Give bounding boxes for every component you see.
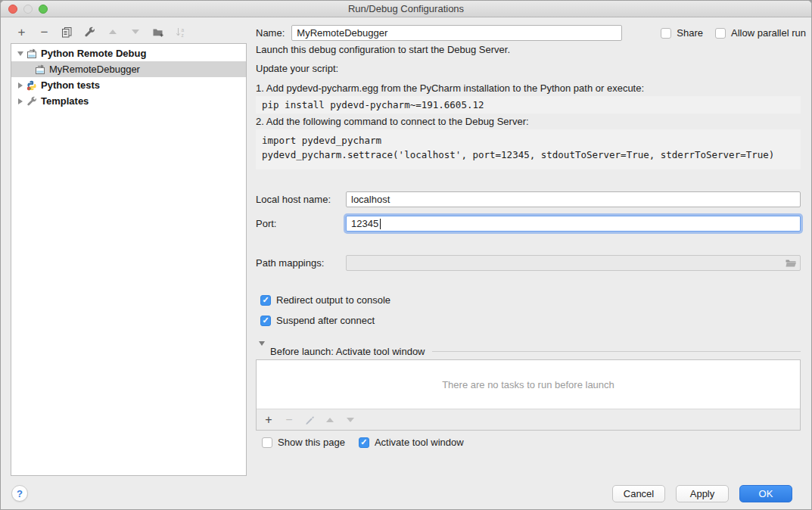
configurations-toolbar: + − az [15, 24, 187, 39]
wrench-icon [26, 96, 37, 107]
share-checkbox[interactable]: Share [661, 27, 703, 39]
name-input[interactable] [291, 25, 622, 41]
browse-folder-icon[interactable] [785, 258, 797, 270]
add-task-icon[interactable]: + [263, 413, 274, 427]
port-input[interactable] [346, 216, 801, 232]
before-launch-title: Before launch: Activate tool window [270, 346, 425, 357]
apply-button[interactable]: Apply [676, 485, 729, 502]
tree-item-myremotedebugger[interactable]: MyRemoteDebugger [11, 61, 246, 77]
edit-templates-icon[interactable] [83, 25, 96, 39]
allow-parallel-run-label: Allow parallel run [731, 27, 806, 39]
local-host-name-input[interactable] [346, 191, 801, 207]
copy-configuration-icon[interactable] [61, 25, 73, 39]
checkbox-box[interactable] [359, 437, 369, 448]
cancel-button[interactable]: Cancel [612, 485, 665, 502]
path-mappings-input[interactable] [346, 255, 801, 271]
tree-item-templates[interactable]: Templates [11, 93, 246, 109]
configurations-tree: Python Remote Debug MyRemoteDebugger Pyt… [11, 43, 247, 476]
close-window-button[interactable] [8, 5, 17, 14]
run-debug-configurations-dialog: Run/Debug Configurations + − az Python R… [0, 0, 812, 510]
tree-item-label: Templates [41, 95, 89, 107]
help-button[interactable]: ? [11, 485, 28, 502]
svg-text:a: a [182, 26, 185, 32]
step2-text: 2. Add the following command to connect … [256, 116, 529, 127]
tree-item-label: Python Remote Debug [41, 48, 146, 59]
sort-alphabetically-icon: az [174, 25, 187, 39]
move-down-icon [129, 25, 142, 39]
before-launch-section-header[interactable]: Before launch: Activate tool window [256, 346, 801, 357]
move-task-up-icon [325, 418, 335, 422]
checkbox-box[interactable] [260, 316, 271, 326]
name-label: Name: [256, 27, 285, 39]
checkbox-box[interactable] [661, 28, 671, 39]
edit-task-icon [304, 415, 315, 424]
move-task-down-icon [345, 418, 356, 422]
new-folder-icon[interactable] [151, 25, 164, 39]
minimize-window-button [23, 5, 33, 14]
checkbox-box[interactable] [260, 295, 271, 306]
section-divider [432, 351, 801, 352]
show-this-page-checkbox[interactable]: Show this page [262, 437, 345, 448]
help-question-icon: ? [17, 488, 23, 499]
path-mappings-label: Path mappings: [256, 257, 346, 269]
tree-item-label: MyRemoteDebugger [49, 64, 140, 75]
text-caret [380, 219, 381, 229]
activate-tool-window-checkbox[interactable]: Activate tool window [359, 437, 464, 448]
expand-collapse-icon[interactable] [17, 98, 24, 104]
expand-collapse-icon[interactable] [17, 82, 24, 89]
local-host-name-label: Local host name: [256, 194, 346, 205]
remote-debug-icon [35, 64, 45, 75]
share-label: Share [677, 27, 703, 39]
remote-debug-icon [26, 48, 37, 59]
tree-item-label: Python tests [41, 79, 100, 91]
task-list-toolbar: + − [257, 409, 800, 430]
checkbox-box[interactable] [262, 437, 272, 448]
redirect-output-label: Redirect output to console [276, 294, 390, 306]
expand-collapse-icon[interactable] [17, 51, 24, 56]
activate-tool-window-label: Activate tool window [375, 437, 464, 448]
settrace-code: import pydevd_pycharmpydevd_pycharm.sett… [256, 129, 801, 169]
suspend-after-connect-checkbox[interactable]: Suspend after connect [260, 315, 375, 326]
before-launch-task-list: There are no tasks to run before launch … [256, 359, 801, 431]
remove-task-icon: − [284, 413, 294, 427]
python-tests-icon [26, 80, 37, 91]
port-label: Port: [256, 218, 346, 229]
svg-text:z: z [182, 32, 184, 37]
configuration-editor: Name: Share Allow parallel run Launch th… [256, 1, 806, 510]
move-up-icon [106, 25, 119, 39]
add-configuration-icon[interactable]: + [15, 25, 28, 39]
remove-configuration-icon[interactable]: − [38, 25, 51, 39]
tree-item-python-tests[interactable]: Python tests [11, 77, 246, 93]
tree-item-python-remote-debug[interactable]: Python Remote Debug [11, 45, 246, 61]
suspend-after-connect-label: Suspend after connect [276, 315, 375, 326]
pip-install-code: pip install pydevd-pycharm~=191.6605.12 [256, 96, 801, 114]
update-script-text: Update your script: [256, 63, 338, 74]
allow-parallel-run-checkbox[interactable]: Allow parallel run [715, 27, 806, 39]
ok-button[interactable]: OK [739, 485, 792, 502]
show-this-page-label: Show this page [278, 437, 345, 448]
collapse-section-icon[interactable] [259, 346, 265, 357]
step1-text: 1. Add pydevd-pycharm.egg from the PyCha… [256, 82, 644, 94]
code-line: import pydevd_pycharm [262, 135, 381, 146]
empty-task-list-text: There are no tasks to run before launch [257, 360, 800, 409]
checkbox-box[interactable] [715, 28, 726, 39]
code-line: pydevd_pycharm.settrace('localhost', por… [262, 149, 774, 160]
redirect-output-checkbox[interactable]: Redirect output to console [260, 294, 390, 306]
intro-text: Launch this debug configuration to start… [256, 44, 510, 55]
zoom-window-button[interactable] [39, 5, 48, 14]
